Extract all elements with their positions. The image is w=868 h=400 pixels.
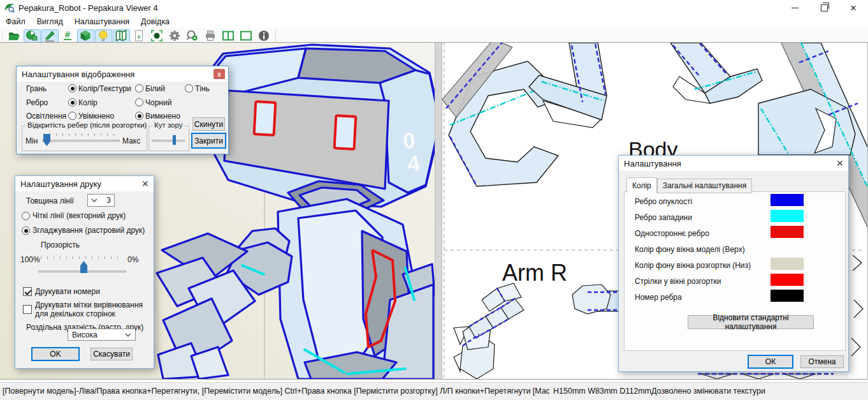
page-numbers-button[interactable]: #	[131, 29, 148, 43]
edge-color-label[interactable]: Колір	[78, 98, 98, 107]
view-angle-group: Кут зору	[148, 126, 189, 151]
pane-bottom-border	[0, 379, 868, 380]
open-file-button[interactable]	[6, 29, 23, 43]
settings-ok-button[interactable]: ОК	[748, 355, 793, 369]
restore-defaults-button[interactable]: Відновити стандартні налаштування	[688, 315, 814, 329]
resolution-combo[interactable]: Висока	[68, 329, 136, 341]
print-align-marks-label-1[interactable]: Друкувати мітки вирівнювання	[35, 300, 143, 309]
view-angle-thumb[interactable]	[173, 135, 176, 145]
model-bg-swatch[interactable]	[770, 242, 804, 254]
fit-to-window-button[interactable]	[148, 29, 166, 43]
edge-openness-group-label: Відкритість ребер (після розгортки)	[25, 121, 148, 129]
edge-black-radio[interactable]	[135, 98, 143, 107]
print-ok-button[interactable]: OK	[31, 347, 80, 361]
unfold-bg-swatch[interactable]	[770, 258, 804, 270]
title-bar[interactable]: Pepakura_Robot - Pepakura Viewer 4 ×	[0, 0, 868, 15]
status-model-dimensions: H150mm W83mm D112mm	[553, 387, 651, 396]
print-dialog-titlebar[interactable]: Налаштування друку ×	[15, 176, 154, 191]
single-view-icon	[240, 29, 252, 42]
edge-id-numbers-button[interactable]: #	[59, 29, 76, 43]
single-pane-layout-button[interactable]	[238, 29, 255, 43]
hash-numbers-icon: #	[61, 29, 74, 42]
edge-color-radio[interactable]	[68, 98, 76, 107]
edge-openness-slider[interactable]	[42, 140, 120, 142]
menu-settings[interactable]: Налаштування	[69, 16, 135, 27]
split-view-icon	[222, 29, 235, 42]
face-white-label[interactable]: Білий	[145, 84, 165, 93]
edge-black-label[interactable]: Чорний	[145, 98, 171, 107]
svg-text:#: #	[65, 29, 70, 40]
concave-edge-label: Ребро западини	[635, 213, 692, 222]
chevron-down-icon	[91, 198, 98, 202]
edge-row-label: Ребро	[26, 98, 48, 107]
convex-edge-swatch[interactable]	[770, 194, 804, 206]
printer-icon	[204, 29, 217, 42]
open-folder-icon	[8, 29, 20, 42]
lighting-off-label[interactable]: Вимкнено	[145, 112, 180, 121]
transparency-ticks	[41, 256, 124, 259]
display-dialog-close-icon[interactable]: x	[213, 69, 225, 79]
vector-print-label[interactable]: Чіткі лінії (векторний друк)	[33, 211, 126, 220]
pane-splitter[interactable]	[435, 43, 442, 379]
single-edge-swatch[interactable]	[770, 226, 804, 238]
transparency-thumb[interactable]	[80, 261, 87, 273]
toolbar: # #	[0, 28, 868, 43]
display-dialog-titlebar[interactable]: Налаштування відображення x	[17, 66, 228, 82]
tab-general[interactable]: Загальні налаштування	[657, 179, 753, 193]
unfold-pattern-view-button[interactable]	[113, 29, 130, 43]
face-white-radio[interactable]	[135, 84, 143, 93]
max-label: Макс	[122, 137, 140, 145]
menu-file[interactable]: Файл	[0, 16, 31, 27]
face-shadow-radio[interactable]	[185, 84, 193, 93]
solid-3d-view-button[interactable]	[77, 29, 94, 43]
raster-print-label[interactable]: Згладжування (растровий друк)	[33, 226, 145, 235]
textured-view-button[interactable]	[24, 29, 41, 43]
settings-tabs: Колір Загальні налаштування	[626, 177, 752, 193]
tab-color[interactable]: Колір	[626, 177, 657, 193]
menu-help[interactable]: Довідка	[135, 16, 175, 27]
minimize-button[interactable]	[780, 0, 809, 15]
arrows-swatch[interactable]	[770, 274, 804, 286]
face-shadow-label[interactable]: Тінь	[195, 84, 210, 93]
view-angle-group-label: Кут зору	[152, 121, 184, 129]
settings-gear-button[interactable]	[166, 29, 184, 43]
raster-print-radio[interactable]	[22, 226, 30, 235]
print-button[interactable]	[202, 29, 219, 43]
print-align-marks-label-2[interactable]: для декількох сторінок	[35, 309, 115, 318]
lighting-toggle-button[interactable]	[95, 29, 112, 43]
print-cancel-button[interactable]: Скасувати	[90, 348, 133, 360]
lighting-on-label[interactable]: Увімкнено	[78, 112, 114, 121]
settings-dialog-titlebar[interactable]: Налаштування ×	[619, 156, 848, 171]
toolbar-grip[interactable]	[1, 30, 4, 41]
about-info-button[interactable]	[256, 29, 273, 43]
print-settings-dialog: Налаштування друку × Товщина лінії 3 Чіт…	[15, 175, 154, 369]
concave-edge-swatch[interactable]	[770, 210, 804, 222]
zoom-tool-button[interactable]	[184, 29, 201, 43]
menu-view[interactable]: Вигляд	[31, 16, 69, 27]
restore-button[interactable]	[809, 0, 839, 15]
view-angle-slider[interactable]	[152, 140, 185, 142]
edge-openness-ticks	[43, 133, 119, 136]
sheet-label-arm-r: Arm R	[502, 260, 567, 286]
vector-print-radio[interactable]	[22, 212, 30, 220]
edge-number-swatch[interactable]	[770, 290, 804, 302]
info-icon	[257, 29, 270, 42]
print-numbers-label[interactable]: Друкувати номери	[35, 287, 100, 296]
unfold-bg-label: Колір фону вікна розгортки (Низ)	[635, 261, 751, 270]
print-align-marks-checkbox[interactable]	[23, 305, 32, 314]
settings-dialog-close-icon[interactable]: ×	[836, 157, 843, 170]
line-width-combo[interactable]: 3	[87, 194, 115, 207]
reset-button[interactable]: Скинути	[192, 117, 225, 131]
settings-cancel-button[interactable]: Отмена	[800, 355, 844, 368]
gear-icon	[168, 29, 181, 42]
lighting-on-radio[interactable]	[68, 112, 76, 120]
print-dialog-close-icon[interactable]: ×	[141, 177, 148, 191]
two-pane-layout-button[interactable]	[220, 29, 237, 43]
close-display-button[interactable]: Закрити	[191, 133, 226, 149]
face-color-texture-radio[interactable]	[68, 84, 76, 93]
lighting-off-radio[interactable]	[135, 112, 143, 120]
face-color-texture-label[interactable]: Колір/Текстури	[78, 84, 131, 93]
print-numbers-checkbox[interactable]	[23, 287, 32, 296]
close-button[interactable]: ×	[839, 0, 868, 15]
edge-color-view-button[interactable]	[41, 29, 59, 43]
